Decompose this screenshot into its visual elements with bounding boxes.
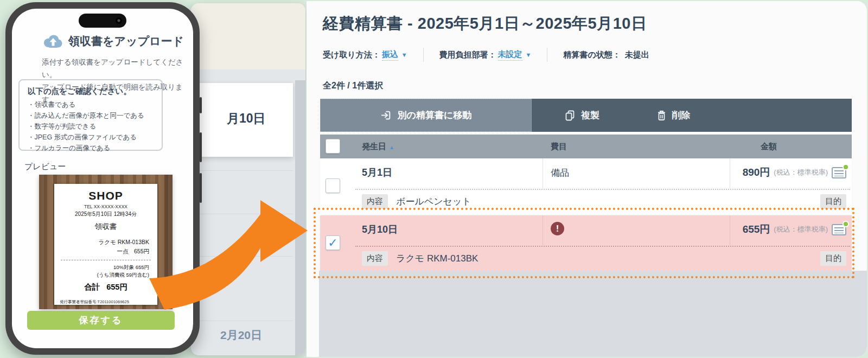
content-text: ボールペンセット: [396, 195, 471, 208]
receipt-shop-name: SHOP: [60, 189, 152, 202]
receipt-item-qty: 一点 655円: [60, 247, 149, 256]
column-divider: [542, 215, 543, 245]
column-divider: [730, 215, 730, 245]
expense-date: 5月10日: [362, 223, 398, 236]
expense-report-panel: 経費精算書 - 2025年5月1日～2025年5月10日 受け取り方法： 振込 …: [307, 1, 867, 357]
receipt-datetime: 2025年5月10日 12時34分: [60, 210, 152, 218]
checklist-item: ・フルカラーの画像である: [28, 143, 154, 154]
receipt-registration-number: 発行事業者登録番号:T2011001069625: [60, 299, 152, 305]
expense-date: 5月1日: [362, 166, 392, 179]
purpose-chip: 目的: [820, 194, 846, 209]
checklist-item: ・数字等が判読できる: [28, 121, 154, 132]
content-chip: 内容: [362, 251, 388, 266]
receive-method-dropdown[interactable]: 振込: [382, 49, 398, 61]
upload-title: 領収書をアップロード: [68, 34, 184, 49]
caret-down-icon: ▼: [526, 52, 532, 58]
sidebar-report-card-date: 月10日: [227, 110, 266, 127]
sidebar-divider: [191, 214, 293, 214]
checklist-item: ・JPEG 形式の画像ファイルである: [28, 132, 154, 143]
expense-amount-cell: 655円 (税込：標準税率): [743, 222, 846, 236]
phone-screen: 領収書をアップロード 添付する領収書をアップロードしてください。 アップロード後…: [12, 9, 193, 348]
receipt-preview: SHOP TEL XX-XXXX-XXXX 2025年5月10日 12時34分 …: [54, 184, 157, 305]
column-divider: [730, 158, 730, 188]
checklist-title: 以下の点をご確認ください。: [28, 86, 154, 97]
delete-button[interactable]: 削除: [633, 99, 714, 132]
receive-method-label: 受け取り方法：: [323, 50, 380, 60]
checklist-item: ・領収書である: [28, 99, 154, 110]
dynamic-island: [79, 14, 126, 28]
table-header: 発生日▲ 費目 金額: [320, 135, 852, 158]
phone-side-button: [200, 132, 202, 162]
sidebar-list-item-date[interactable]: 2月20日: [220, 328, 262, 343]
sidebar-top-band: [191, 3, 305, 69]
phone-side-button: [200, 97, 202, 113]
row-checkbox-checked[interactable]: ✓: [326, 235, 340, 250]
copy-icon: [565, 110, 576, 121]
row-inner-divider: [355, 246, 850, 247]
move-button-label: 別の精算書に移動: [398, 109, 472, 122]
checklist-item: ・読み込んだ画像が原本と同一である: [28, 110, 154, 121]
expense-amount-cell: 890円 (税込：標準税率): [743, 165, 846, 180]
row-inner-divider: [355, 189, 850, 190]
select-all-checkbox[interactable]: [326, 139, 340, 154]
duplicate-button[interactable]: 複製: [541, 99, 623, 132]
delete-button-label: 削除: [672, 109, 691, 122]
sort-asc-icon: ▲: [389, 144, 394, 150]
trash-icon: [656, 110, 667, 121]
sidebar-scrollbar[interactable]: [295, 80, 305, 355]
column-header-date[interactable]: 発生日▲: [362, 142, 394, 152]
content-cell: 内容 ラクモ RKM-013BK: [362, 251, 478, 266]
invoice-status-badge: [843, 221, 849, 227]
purpose-chip: 目的: [820, 251, 846, 266]
receipt-tax-block: 10%対象 655円 (うち消費税 59円含む): [60, 264, 152, 279]
preview-label: プレビュー: [24, 162, 66, 172]
tax-note: (税込：標準税率): [774, 225, 828, 234]
column-header-category[interactable]: 費目: [551, 142, 567, 152]
expense-row: 5月1日 備品 890円 (税込：標準税率) 内容 ボールペンセット 目的: [320, 158, 852, 214]
move-to-other-report-button[interactable]: 別の精算書に移動: [320, 99, 532, 132]
content-text: ラクモ RKM-013BK: [396, 252, 478, 265]
page-title: 経費精算書 - 2025年5月1日～2025年5月10日: [323, 13, 647, 35]
camera-icon: [116, 17, 122, 24]
column-header-amount[interactable]: 金額: [761, 142, 777, 152]
checklist-box: 以下の点をご確認ください。 ・領収書である ・読み込んだ画像が原本と同一である …: [18, 79, 163, 151]
receipt-tel: TEL XX-XXXX-XXXX: [60, 204, 152, 209]
receipt-total: 合計655円: [60, 282, 152, 292]
department-label: 費用負担部署：: [439, 50, 496, 60]
row-checkbox[interactable]: [326, 178, 340, 193]
cloud-upload-icon: [42, 34, 62, 48]
list-empty-area: [319, 271, 867, 357]
filter-separator: [547, 48, 547, 62]
receipt-photo-background: SHOP TEL XX-XXXX-XXXX 2025年5月10日 12時34分 …: [39, 175, 173, 309]
sidebar-panel: 月10日 2月20日: [191, 3, 305, 355]
sidebar-divider: [191, 170, 293, 171]
tax-note: (税込：標準税率): [774, 168, 828, 177]
save-button[interactable]: 保存する: [27, 311, 175, 330]
content-cell: 内容 ボールペンセット: [362, 194, 471, 209]
report-status-label: 精算書の状態：: [563, 50, 620, 60]
sidebar-divider: [191, 321, 293, 321]
filter-bar: 受け取り方法： 振込 ▼ 費用負担部署： 未設定 ▼ 精算書の状態： 未提出: [323, 48, 649, 62]
content-chip: 内容: [362, 194, 388, 209]
check-icon: ✓: [328, 237, 337, 249]
filter-separator: [423, 48, 424, 62]
invoice-icon[interactable]: [832, 224, 846, 235]
expense-row-selected: ✓ 5月10日 ! 655円 (税込：標準税率) 内容 ラクモ RKM-013B…: [320, 215, 852, 271]
phone-mockup: 領収書をアップロード 添付する領収書をアップロードしてください。 アップロード後…: [5, 2, 200, 355]
receipt-tax-line1: 10%対象 655円: [60, 264, 149, 272]
duplicate-button-label: 複製: [581, 109, 599, 122]
column-divider: [542, 158, 543, 188]
receipt-items: ラクモ RKM-013BK 一点 655円: [60, 238, 152, 256]
expense-amount: 655円: [743, 222, 770, 236]
department-dropdown[interactable]: 未設定: [498, 49, 522, 61]
invoice-status-badge: [843, 164, 849, 170]
report-status-value: 未提出: [625, 50, 649, 60]
bulk-action-toolbar: 別の精算書に移動 複製 削除: [320, 99, 852, 132]
sidebar-report-card[interactable]: 月10日: [191, 83, 293, 157]
caret-down-icon: ▼: [401, 52, 407, 58]
invoice-icon[interactable]: [832, 167, 846, 178]
expense-amount: 890円: [743, 165, 770, 180]
error-alert-icon: !: [551, 222, 564, 235]
move-arrow-icon: [380, 110, 392, 121]
receipt-dashed-divider: [61, 260, 151, 260]
